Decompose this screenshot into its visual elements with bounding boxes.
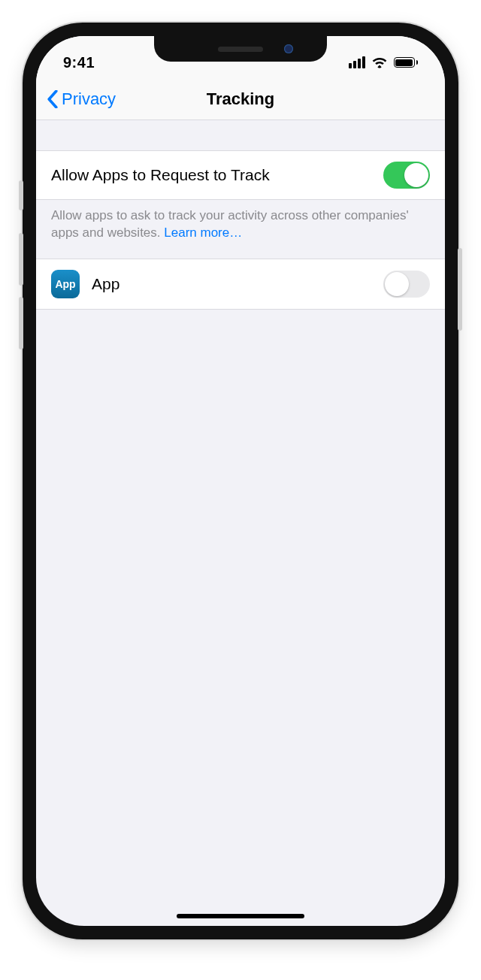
chevron-left-icon bbox=[47, 90, 59, 108]
allow-tracking-label: Allow Apps to Request to Track bbox=[51, 166, 270, 184]
status-indicators bbox=[349, 56, 419, 68]
side-button-volume-down bbox=[19, 297, 23, 349]
back-label: Privacy bbox=[62, 89, 116, 109]
allow-tracking-toggle[interactable] bbox=[383, 162, 430, 189]
side-button-volume-up bbox=[19, 233, 23, 286]
page-title: Tracking bbox=[207, 89, 274, 109]
wifi-icon bbox=[371, 56, 388, 68]
screen: 9:41 Privacy Tr bbox=[36, 36, 445, 926]
toggle-knob bbox=[404, 163, 428, 187]
toggle-knob bbox=[385, 272, 409, 296]
app-tracking-toggle[interactable] bbox=[383, 271, 430, 298]
notch bbox=[154, 36, 327, 62]
allow-tracking-row: Allow Apps to Request to Track bbox=[36, 150, 445, 200]
app-icon: App bbox=[51, 270, 80, 298]
front-camera bbox=[284, 44, 293, 53]
nav-bar: Privacy Tracking bbox=[36, 78, 445, 120]
allow-tracking-footer: Allow apps to ask to track your activity… bbox=[36, 200, 445, 259]
battery-icon bbox=[394, 57, 419, 68]
side-button-power bbox=[458, 248, 462, 331]
content-area: Allow Apps to Request to Track Allow app… bbox=[36, 120, 445, 310]
learn-more-link[interactable]: Learn more… bbox=[164, 225, 242, 240]
back-button[interactable]: Privacy bbox=[47, 78, 116, 119]
phone-frame: 9:41 Privacy Tr bbox=[23, 23, 458, 939]
status-time: 9:41 bbox=[63, 54, 95, 71]
app-tracking-row: App App bbox=[36, 259, 445, 310]
speaker-grille bbox=[218, 47, 263, 52]
home-indicator[interactable] bbox=[177, 914, 304, 918]
app-name-label: App bbox=[92, 275, 119, 293]
cellular-icon bbox=[349, 56, 365, 68]
side-button-silent bbox=[19, 180, 23, 210]
